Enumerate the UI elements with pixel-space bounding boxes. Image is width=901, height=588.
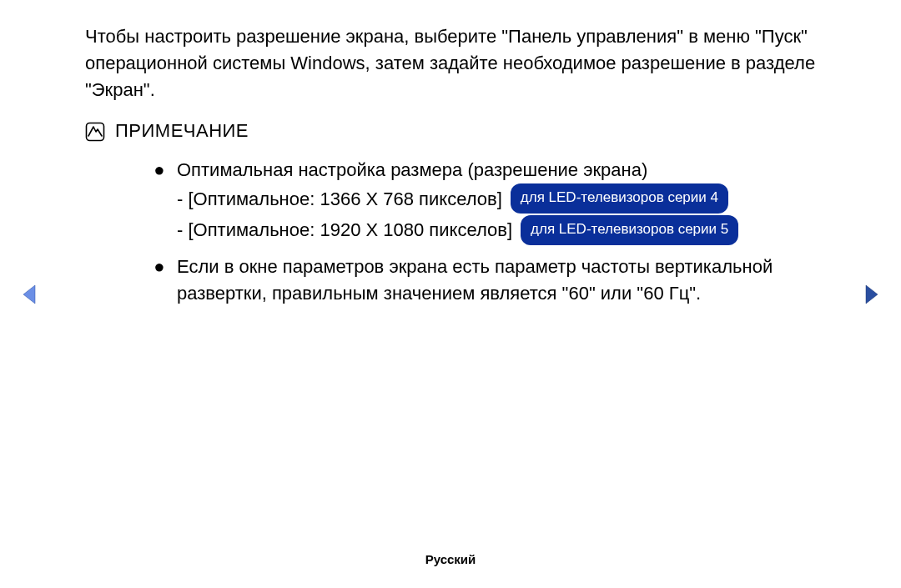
note-heading-row: ПРИМЕЧАНИЕ	[85, 120, 834, 145]
bullet-item: ● Оптимальная настройка размера (разреше…	[154, 157, 834, 246]
bullet-list: ● Оптимальная настройка размера (разреше…	[154, 157, 834, 307]
bullet-dot-icon: ●	[154, 254, 165, 307]
bullet-body: Оптимальная настройка размера (разрешени…	[177, 157, 834, 246]
series-badge: для LED-телевизоров серии 4	[511, 183, 728, 214]
page-root: Чтобы настроить разрешение экрана, выбер…	[0, 0, 901, 588]
series-badge: для LED-телевизоров серии 5	[521, 215, 738, 245]
sub-item: - [Оптимальное: 1920 X 1080 пикселов] дл…	[177, 214, 834, 245]
sub-text: - [Оптимальное: 1366 X 768 пикселов]	[177, 183, 502, 214]
note-icon	[85, 122, 105, 145]
svg-marker-2	[866, 285, 878, 304]
intro-paragraph: Чтобы настроить разрешение экрана, выбер…	[85, 23, 834, 103]
sub-list: - [Оптимальное: 1366 X 768 пикселов] для…	[177, 183, 834, 246]
prev-page-button[interactable]	[22, 284, 38, 309]
sub-item: - [Оптимальное: 1366 X 768 пикселов] для…	[177, 183, 834, 214]
bullet-body: Если в окне параметров экрана есть парам…	[177, 254, 834, 307]
note-title: ПРИМЕЧАНИЕ	[115, 120, 249, 142]
svg-rect-0	[87, 123, 104, 140]
next-page-button[interactable]	[863, 284, 879, 309]
content-area: Чтобы настроить разрешение экрана, выбер…	[0, 0, 901, 307]
bullet-item: ● Если в окне параметров экрана есть пар…	[154, 254, 834, 307]
bullet-dot-icon: ●	[154, 157, 165, 246]
sub-text: - [Оптимальное: 1920 X 1080 пикселов]	[177, 214, 512, 245]
bullet-text: Если в окне параметров экрана есть парам…	[177, 254, 834, 307]
svg-marker-1	[23, 285, 35, 304]
footer-language: Русский	[0, 552, 901, 566]
bullet-text: Оптимальная настройка размера (разрешени…	[177, 157, 834, 183]
